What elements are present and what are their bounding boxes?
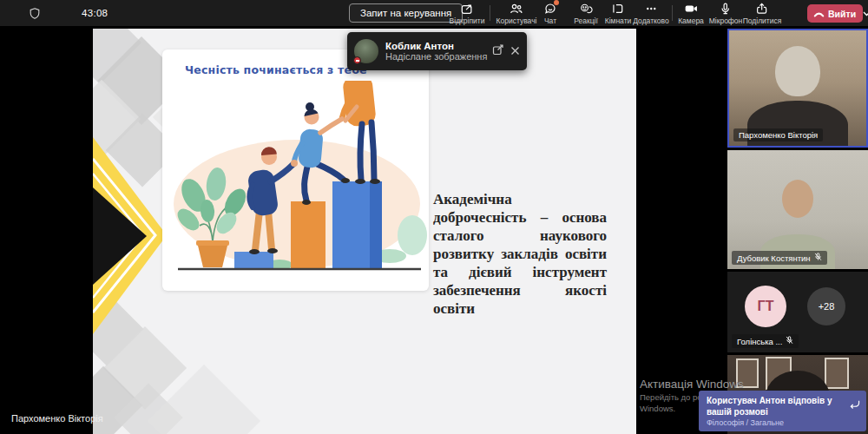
- toolbar-separator: [672, 5, 673, 21]
- slide-content-card: Чесність починається з тебе: [162, 49, 429, 291]
- close-icon[interactable]: [510, 43, 520, 59]
- picture-frame: [736, 358, 759, 388]
- participant-tile-parkhomenko[interactable]: Пархоменко Вікторія: [727, 29, 868, 148]
- participant-silhouette: [782, 180, 813, 218]
- slide-body-text: Академічна доброчесність – основа сталог…: [433, 190, 607, 319]
- participant-initials-avatar: ГТ: [745, 286, 786, 327]
- rooms-button[interactable]: Кімнати: [605, 2, 632, 25]
- chat-button[interactable]: Чат: [543, 2, 557, 25]
- reactions-button[interactable]: Реакції: [574, 2, 598, 25]
- people-button[interactable]: Користувачі: [496, 2, 537, 25]
- camera-button[interactable]: Камера: [678, 2, 704, 25]
- security-shield-icon: [29, 7, 41, 23]
- participant-name: Голінська ...: [737, 337, 782, 346]
- reply-notification-title: Користувач Антон відповів у вашій розмов…: [707, 396, 844, 418]
- microphone-icon: [719, 2, 733, 16]
- microphone-button[interactable]: Мікрофон: [709, 2, 743, 25]
- open-chat-icon[interactable]: [492, 43, 504, 59]
- presenter-name-label: Пархоменко Вікторія: [11, 413, 103, 424]
- shared-screen-slide: Чесність починається з тебе: [93, 29, 636, 434]
- slide-illustration: [162, 81, 429, 291]
- participant-name: Дубовик Костянтин: [737, 253, 811, 263]
- chat-icon: [543, 2, 557, 16]
- share-button[interactable]: Поділитися: [743, 2, 782, 25]
- participant-tile-dubovyk[interactable]: Дубовик Костянтин: [727, 150, 868, 269]
- reactions-icon: [579, 2, 593, 16]
- picture-frame: [825, 358, 849, 389]
- participant-tile-holinska-group[interactable]: ГТ +28 Голінська ...: [727, 272, 868, 352]
- busy-status-icon: [353, 56, 361, 64]
- reply-arrow-icon[interactable]: [849, 397, 860, 412]
- more-button[interactable]: Додатково: [633, 2, 668, 25]
- teams-meeting-window: 43:08 Запит на керування Відкріпити Кори…: [0, 0, 868, 434]
- participant-silhouette: [775, 46, 820, 96]
- notification-sender: Коблик Антон: [385, 41, 485, 51]
- chat-notification[interactable]: Коблик Антон Надіслане зображення: [347, 32, 527, 70]
- sender-avatar: [354, 39, 378, 63]
- leave-button[interactable]: Вийти: [807, 4, 863, 23]
- chat-unread-badge: [554, 0, 559, 5]
- camera-icon: [684, 2, 698, 16]
- meeting-toolbar: 43:08 Запит на керування Відкріпити Кори…: [0, 0, 868, 26]
- reply-notification[interactable]: Користувач Антон відповів у вашій розмов…: [699, 391, 866, 431]
- notification-message: Надіслане зображення: [385, 51, 485, 62]
- breakout-rooms-icon: [611, 2, 625, 16]
- share-screen-icon: [755, 2, 769, 16]
- request-control-button[interactable]: Запит на керування: [349, 3, 463, 23]
- reply-notification-channel: Філософія / Загальне: [707, 418, 858, 427]
- mic-muted-icon: [814, 253, 822, 263]
- hang-up-icon: [813, 6, 825, 22]
- more-dots-icon: [644, 2, 658, 16]
- people-icon: [510, 2, 523, 16]
- toolbar-separator: [490, 5, 490, 21]
- mic-muted-icon: [786, 336, 793, 346]
- leave-menu-chevron[interactable]: [859, 11, 868, 16]
- participants-sidebar: Пархоменко Вікторія Дубовик Костянтин ГТ…: [727, 26, 868, 434]
- overflow-participants-count[interactable]: +28: [807, 287, 845, 326]
- unpin-icon: [460, 2, 474, 16]
- unpin-button[interactable]: Відкріпити: [450, 2, 485, 25]
- meeting-timer: 43:08: [82, 8, 108, 18]
- participant-name: Пархоменко Вікторія: [739, 130, 818, 140]
